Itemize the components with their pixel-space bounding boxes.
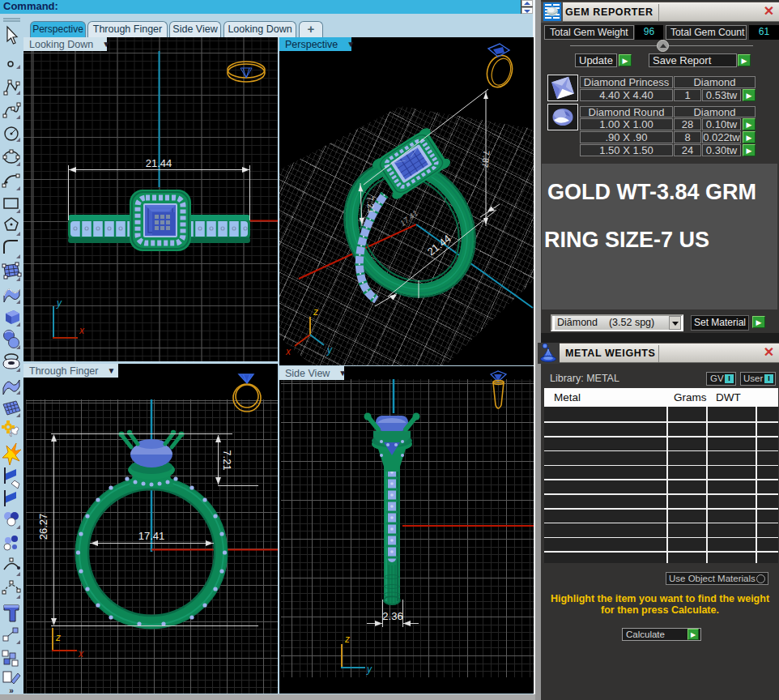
svg-text:y: y bbox=[326, 344, 333, 356]
svg-text:x: x bbox=[78, 648, 84, 659]
svg-text:7.21: 7.21 bbox=[221, 450, 233, 470]
svg-text:7.87: 7.87 bbox=[480, 150, 492, 168]
svg-text:z: z bbox=[55, 632, 61, 643]
svg-text:2.36: 2.36 bbox=[382, 610, 402, 622]
svg-text:»: » bbox=[9, 686, 14, 694]
svg-text:x: x bbox=[79, 325, 85, 336]
svg-text:21.44: 21.44 bbox=[425, 233, 453, 258]
svg-text:x: x bbox=[285, 346, 292, 357]
svg-text:26.27: 26.27 bbox=[37, 514, 49, 540]
svg-text:7.21: 7.21 bbox=[365, 195, 377, 213]
svg-text:z: z bbox=[313, 306, 318, 318]
svg-text:21.44: 21.44 bbox=[146, 157, 172, 169]
svg-text:y: y bbox=[56, 297, 62, 309]
svg-text:17.41: 17.41 bbox=[138, 530, 165, 542]
svg-text:y: y bbox=[366, 664, 372, 675]
svg-text:z: z bbox=[344, 634, 350, 645]
